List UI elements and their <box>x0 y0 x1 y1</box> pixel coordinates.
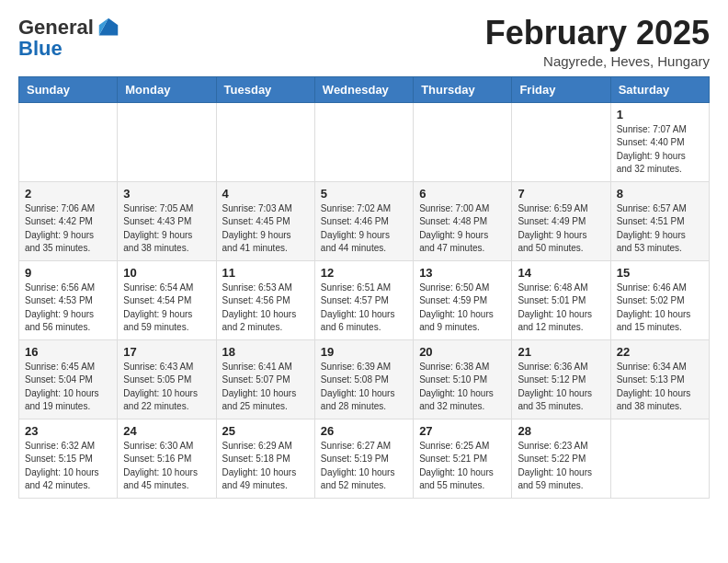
calendar-cell: 1Sunrise: 7:07 AM Sunset: 4:40 PM Daylig… <box>610 102 709 181</box>
calendar-cell: 10Sunrise: 6:54 AM Sunset: 4:54 PM Dayli… <box>118 260 216 339</box>
day-info: Sunrise: 7:06 AM Sunset: 4:42 PM Dayligh… <box>25 202 111 256</box>
day-info: Sunrise: 6:30 AM Sunset: 5:16 PM Dayligh… <box>123 440 210 493</box>
week-row-4: 16Sunrise: 6:45 AM Sunset: 5:04 PM Dayli… <box>19 339 710 419</box>
day-number: 17 <box>123 345 210 359</box>
day-number: 12 <box>321 266 407 280</box>
calendar-cell: 17Sunrise: 6:43 AM Sunset: 5:05 PM Dayli… <box>118 339 216 419</box>
calendar-cell <box>19 102 118 181</box>
day-number: 19 <box>321 345 407 359</box>
day-number: 11 <box>222 266 309 280</box>
calendar-cell: 26Sunrise: 6:27 AM Sunset: 5:19 PM Dayli… <box>314 419 413 498</box>
weekday-header-tuesday: Tuesday <box>216 76 314 102</box>
calendar-cell: 27Sunrise: 6:25 AM Sunset: 5:21 PM Dayli… <box>414 419 512 498</box>
day-number: 6 <box>419 187 506 201</box>
calendar-cell: 3Sunrise: 7:05 AM Sunset: 4:43 PM Daylig… <box>118 181 216 260</box>
calendar-cell <box>414 102 512 181</box>
month-title: February 2025 <box>485 15 710 52</box>
day-info: Sunrise: 6:48 AM Sunset: 5:01 PM Dayligh… <box>518 282 604 335</box>
logo: General Blue <box>18 15 121 61</box>
day-number: 8 <box>617 187 703 201</box>
calendar-cell: 14Sunrise: 6:48 AM Sunset: 5:01 PM Dayli… <box>512 260 610 339</box>
calendar-cell: 9Sunrise: 6:56 AM Sunset: 4:53 PM Daylig… <box>19 260 118 339</box>
weekday-header-row: SundayMondayTuesdayWednesdayThursdayFrid… <box>19 76 710 102</box>
day-info: Sunrise: 6:51 AM Sunset: 4:57 PM Dayligh… <box>321 282 407 335</box>
day-info: Sunrise: 6:25 AM Sunset: 5:21 PM Dayligh… <box>419 440 506 493</box>
day-info: Sunrise: 6:36 AM Sunset: 5:12 PM Dayligh… <box>518 361 604 414</box>
page: General Blue February 2025 Nagyrede, Hev… <box>0 0 728 517</box>
calendar-cell: 19Sunrise: 6:39 AM Sunset: 5:08 PM Dayli… <box>314 339 413 419</box>
day-info: Sunrise: 7:03 AM Sunset: 4:45 PM Dayligh… <box>222 202 309 256</box>
title-block: February 2025 Nagyrede, Heves, Hungary <box>485 15 710 69</box>
weekday-header-wednesday: Wednesday <box>314 76 413 102</box>
calendar-cell <box>314 102 413 181</box>
weekday-header-thursday: Thursday <box>414 76 512 102</box>
calendar-cell: 21Sunrise: 6:36 AM Sunset: 5:12 PM Dayli… <box>512 339 610 419</box>
day-number: 13 <box>419 266 506 280</box>
calendar-cell: 20Sunrise: 6:38 AM Sunset: 5:10 PM Dayli… <box>414 339 512 419</box>
calendar-cell: 11Sunrise: 6:53 AM Sunset: 4:56 PM Dayli… <box>216 260 314 339</box>
day-number: 2 <box>25 187 111 201</box>
header: General Blue February 2025 Nagyrede, Hev… <box>18 15 710 69</box>
day-info: Sunrise: 6:39 AM Sunset: 5:08 PM Dayligh… <box>321 361 407 414</box>
weekday-header-friday: Friday <box>512 76 610 102</box>
calendar-cell: 28Sunrise: 6:23 AM Sunset: 5:22 PM Dayli… <box>512 419 610 498</box>
day-number: 15 <box>617 266 703 280</box>
day-info: Sunrise: 6:54 AM Sunset: 4:54 PM Dayligh… <box>123 282 210 335</box>
logo-icon <box>96 15 121 40</box>
calendar-cell: 25Sunrise: 6:29 AM Sunset: 5:18 PM Dayli… <box>216 419 314 498</box>
day-number: 3 <box>123 187 210 201</box>
day-info: Sunrise: 7:00 AM Sunset: 4:48 PM Dayligh… <box>419 202 506 256</box>
day-info: Sunrise: 6:56 AM Sunset: 4:53 PM Dayligh… <box>25 282 111 335</box>
day-info: Sunrise: 6:59 AM Sunset: 4:49 PM Dayligh… <box>518 202 604 256</box>
day-info: Sunrise: 6:32 AM Sunset: 5:15 PM Dayligh… <box>25 440 111 493</box>
day-number: 23 <box>25 424 111 438</box>
day-number: 20 <box>419 345 506 359</box>
week-row-5: 23Sunrise: 6:32 AM Sunset: 5:15 PM Dayli… <box>19 419 710 498</box>
week-row-1: 1Sunrise: 7:07 AM Sunset: 4:40 PM Daylig… <box>19 102 710 181</box>
day-number: 21 <box>518 345 604 359</box>
calendar-cell <box>610 419 709 498</box>
calendar-cell: 24Sunrise: 6:30 AM Sunset: 5:16 PM Dayli… <box>118 419 216 498</box>
calendar-cell: 7Sunrise: 6:59 AM Sunset: 4:49 PM Daylig… <box>512 181 610 260</box>
calendar-cell <box>216 102 314 181</box>
day-number: 4 <box>222 187 309 201</box>
day-number: 7 <box>518 187 604 201</box>
day-number: 5 <box>321 187 407 201</box>
day-info: Sunrise: 7:02 AM Sunset: 4:46 PM Dayligh… <box>321 202 407 256</box>
day-number: 26 <box>321 424 407 438</box>
day-number: 10 <box>123 266 210 280</box>
week-row-2: 2Sunrise: 7:06 AM Sunset: 4:42 PM Daylig… <box>19 181 710 260</box>
day-info: Sunrise: 6:50 AM Sunset: 4:59 PM Dayligh… <box>419 282 506 335</box>
weekday-header-sunday: Sunday <box>19 76 118 102</box>
day-info: Sunrise: 7:07 AM Sunset: 4:40 PM Dayligh… <box>617 123 703 177</box>
calendar-cell: 4Sunrise: 7:03 AM Sunset: 4:45 PM Daylig… <box>216 181 314 260</box>
day-number: 24 <box>123 424 210 438</box>
day-number: 1 <box>617 108 703 121</box>
calendar-cell: 5Sunrise: 7:02 AM Sunset: 4:46 PM Daylig… <box>314 181 413 260</box>
week-row-3: 9Sunrise: 6:56 AM Sunset: 4:53 PM Daylig… <box>19 260 710 339</box>
calendar-cell: 18Sunrise: 6:41 AM Sunset: 5:07 PM Dayli… <box>216 339 314 419</box>
calendar-cell: 15Sunrise: 6:46 AM Sunset: 5:02 PM Dayli… <box>610 260 709 339</box>
day-number: 9 <box>25 266 111 280</box>
day-number: 27 <box>419 424 506 438</box>
day-info: Sunrise: 6:27 AM Sunset: 5:19 PM Dayligh… <box>321 440 407 493</box>
day-info: Sunrise: 6:29 AM Sunset: 5:18 PM Dayligh… <box>222 440 309 493</box>
day-number: 14 <box>518 266 604 280</box>
calendar-cell: 6Sunrise: 7:00 AM Sunset: 4:48 PM Daylig… <box>414 181 512 260</box>
day-info: Sunrise: 6:46 AM Sunset: 5:02 PM Dayligh… <box>617 282 703 335</box>
calendar-cell: 8Sunrise: 6:57 AM Sunset: 4:51 PM Daylig… <box>610 181 709 260</box>
location-title: Nagyrede, Heves, Hungary <box>485 53 710 69</box>
calendar-cell: 22Sunrise: 6:34 AM Sunset: 5:13 PM Dayli… <box>610 339 709 419</box>
day-info: Sunrise: 6:38 AM Sunset: 5:10 PM Dayligh… <box>419 361 506 414</box>
day-number: 22 <box>617 345 703 359</box>
day-number: 16 <box>25 345 111 359</box>
day-info: Sunrise: 6:41 AM Sunset: 5:07 PM Dayligh… <box>222 361 309 414</box>
day-info: Sunrise: 6:43 AM Sunset: 5:05 PM Dayligh… <box>123 361 210 414</box>
calendar-cell: 23Sunrise: 6:32 AM Sunset: 5:15 PM Dayli… <box>19 419 118 498</box>
weekday-header-monday: Monday <box>118 76 216 102</box>
calendar-cell: 12Sunrise: 6:51 AM Sunset: 4:57 PM Dayli… <box>314 260 413 339</box>
day-info: Sunrise: 6:53 AM Sunset: 4:56 PM Dayligh… <box>222 282 309 335</box>
calendar-cell: 2Sunrise: 7:06 AM Sunset: 4:42 PM Daylig… <box>19 181 118 260</box>
day-number: 18 <box>222 345 309 359</box>
day-info: Sunrise: 6:23 AM Sunset: 5:22 PM Dayligh… <box>518 440 604 493</box>
